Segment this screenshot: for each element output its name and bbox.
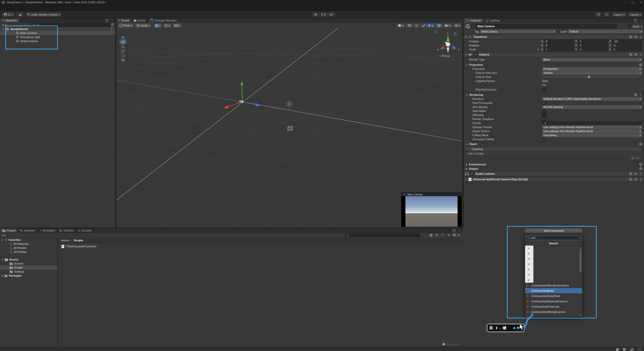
help-icon[interactable] [629,35,632,38]
z-input[interactable]: -10 [612,40,642,43]
x-input[interactable]: 0 [544,40,574,43]
stack-section-header[interactable]: Stack [463,142,644,146]
scene-viewport[interactable]: y x z < Persp Main Camera [116,28,463,228]
render-type-dropdown[interactable]: Base [542,58,642,62]
kebab-menu-icon[interactable] [111,19,114,22]
folder-item[interactable]: Scripts [0,266,57,270]
moon-icon[interactable] [495,327,497,329]
hierarchy-item[interactable]: Global Volume [0,39,115,43]
view-orientation-gizmo[interactable]: y x z [436,30,461,55]
menu-item[interactable] [9,7,12,9]
fov-slider[interactable] [542,77,639,77]
scene-audio-toggle[interactable] [421,23,425,27]
help-icon[interactable] [639,63,642,66]
view-tool-button[interactable] [119,35,126,40]
hierarchy-item[interactable]: Directional Light [0,35,115,39]
physical-camera-checkbox[interactable] [542,88,546,92]
scroll-up-icon[interactable] [580,246,582,249]
lock-icon[interactable] [634,20,637,22]
kebab-menu-icon[interactable] [639,19,642,22]
minimize-button[interactable] [624,1,626,4]
kebab-menu-icon[interactable] [639,172,642,176]
favorites-item[interactable]: All Models [0,246,57,250]
add-to-list-button[interactable]: + [632,157,633,160]
add-component-button[interactable]: Add Component [525,228,583,233]
component-result-item[interactable]: CinemachineFreeLook [525,304,582,309]
gizmo-lock-icon[interactable] [454,33,457,36]
search-button[interactable] [604,12,610,17]
component-result-item[interactable]: CinemachineBrain [525,288,582,293]
value-checkbox[interactable] [542,109,546,113]
rect-tool-button[interactable] [119,53,126,58]
cache-server-disabled-icon[interactable] [623,348,626,351]
scale-tool-button[interactable] [119,49,126,53]
camera-settings-button[interactable] [443,23,452,27]
local-space-button[interactable]: Local [135,23,151,27]
project-search-input[interactable] [345,233,421,237]
search-by-label-icon[interactable] [435,234,438,236]
scene-visibility-toggle[interactable] [436,23,442,27]
component-result-item[interactable]: Cinemachine Dolly Cart (Cinemach [525,251,533,256]
y-input[interactable]: 1 [578,40,608,43]
tab-animator[interactable]: Animator [18,228,37,233]
object-name-field[interactable]: Main Camera [476,24,617,28]
rotate-tool-button[interactable] [119,44,126,49]
foldout-icon[interactable] [3,27,5,31]
tag-dropdown[interactable]: MainCamera [480,30,556,33]
gizmos-button[interactable] [453,23,461,27]
layer-dropdown[interactable]: Default [568,30,643,33]
asset-file-item[interactable]: ThirdCharacterController [58,244,463,249]
tab-animation[interactable]: Animation [37,228,57,233]
component-result-item[interactable]: CinemachineExternalCamera [525,299,582,304]
cloud-button[interactable] [17,12,23,17]
x-input[interactable]: 1 [544,48,574,51]
slider-thumb[interactable] [588,76,590,78]
slider-knob[interactable] [442,343,445,345]
layers-dropdown[interactable]: Layers [612,12,626,17]
environment-section-header[interactable]: Environment [463,162,644,166]
menu-item[interactable] [17,7,20,9]
projection-indicator[interactable]: < Persp [439,54,450,58]
foldout-icon[interactable] [465,35,467,38]
value-input[interactable]: -1 [542,121,642,125]
y-input[interactable]: 0 [578,44,608,47]
menu-item[interactable] [21,7,24,9]
pivot-mode-button[interactable]: Pivot [118,23,134,27]
transform-tool-button[interactable] [119,58,126,62]
breadcrumb-current[interactable]: Scripts [74,239,83,242]
transform-header[interactable]: Transform [463,34,644,39]
help-icon[interactable] [639,163,642,166]
lock-icon[interactable] [106,20,108,22]
scene-effects-button[interactable] [426,23,435,27]
snap-button[interactable] [163,23,171,27]
folder-item[interactable]: Settings [0,270,57,274]
favorites-root[interactable]: Favorites [0,238,57,242]
preset-icon[interactable] [634,178,637,181]
value-dropdown[interactable]: Everything [542,133,642,137]
preset-icon[interactable] [634,36,637,38]
kebab-menu-icon[interactable] [639,178,642,181]
component-result-item[interactable]: CinemachineClearShot [525,293,582,299]
kebab-menu-icon[interactable] [458,229,461,232]
foldout-icon[interactable] [466,167,467,170]
scene-lighting-toggle[interactable] [414,23,420,27]
menu-item[interactable] [1,7,4,9]
help-icon[interactable] [639,142,642,145]
version-control-button[interactable]: Unity Version Control [25,12,61,17]
title-bar[interactable]: StudyCase-1 - SampleScene - Windows, Mac… [0,0,644,5]
component-result-item[interactable]: Cinemachine Impulse Source (Cine [525,256,533,261]
kebab-menu-icon[interactable] [110,27,113,31]
pause-button[interactable] [320,12,327,17]
scrollbar-thumb[interactable] [579,250,582,272]
tab-hierarchy[interactable]: Hierarchy [0,18,19,23]
value-checkbox[interactable] [542,101,546,105]
menu-item[interactable] [5,7,8,9]
2d-toggle-button[interactable]: 2D [406,23,413,27]
kebab-menu-icon[interactable] [639,93,642,97]
active-checkbox[interactable] [471,24,475,28]
hierarchy-item[interactable]: Main Camera [0,31,115,35]
kebab-menu-icon[interactable] [639,35,642,39]
shading-mode-button[interactable] [397,23,405,27]
account-button[interactable]: G [2,12,15,17]
foldout-icon[interactable] [466,142,468,145]
